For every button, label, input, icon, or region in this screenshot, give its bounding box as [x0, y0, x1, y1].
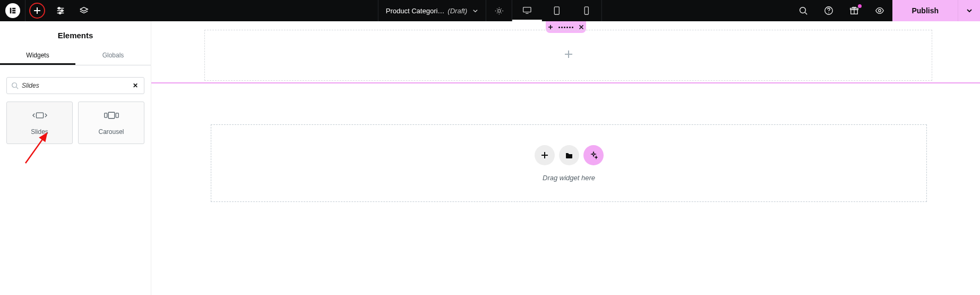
carousel-icon: [104, 110, 119, 121]
document-title-group[interactable]: Product Categori… (Draft): [378, 0, 486, 21]
notification-dot: [858, 4, 862, 8]
device-mobile[interactable]: [572, 0, 601, 21]
site-settings-button[interactable]: [49, 0, 72, 21]
clear-search-button[interactable]: ✕: [131, 82, 140, 89]
whats-new-button[interactable]: [841, 0, 867, 21]
slides-icon: [32, 110, 47, 121]
sliders-icon: [56, 6, 65, 15]
publish-button[interactable]: Publish: [892, 0, 958, 21]
document-title: Product Categori…: [386, 7, 445, 15]
document-status: (Draft): [448, 7, 467, 15]
widget-slides[interactable]: Slides: [6, 102, 73, 144]
chevron-down-icon: [966, 7, 973, 14]
svg-point-25: [12, 83, 17, 88]
search-icon: [11, 82, 19, 89]
close-icon[interactable]: [579, 24, 584, 30]
editor-canvas: Drag widget here: [151, 21, 980, 295]
widget-label: Slides: [31, 128, 48, 136]
panel-title: Elements: [0, 21, 151, 47]
ai-button[interactable]: [583, 145, 604, 165]
empty-section[interactable]: [204, 30, 932, 81]
add-column-button[interactable]: [564, 49, 573, 62]
elementor-icon: [9, 7, 16, 14]
plus-icon: [540, 151, 549, 159]
elements-panel: Elements Widgets Globals ✕ Slides Carous…: [0, 21, 151, 295]
layers-icon: [79, 6, 89, 15]
topbar-right: Publish: [790, 0, 980, 21]
topbar-left: [0, 0, 96, 21]
new-section-dropzone[interactable]: Drag widget here: [211, 124, 927, 202]
chevron-down-icon: [472, 8, 478, 14]
gift-icon: [849, 6, 859, 15]
section-divider: [151, 82, 980, 83]
structure-button[interactable]: [72, 0, 96, 21]
dropzone-buttons: [535, 145, 604, 165]
preview-button[interactable]: [867, 0, 892, 21]
search-input[interactable]: [22, 82, 131, 89]
svg-rect-30: [116, 113, 118, 117]
publish-group: Publish: [892, 0, 980, 21]
svg-rect-29: [108, 112, 115, 119]
help-button[interactable]: [816, 0, 841, 21]
finder-button[interactable]: [790, 0, 816, 21]
plus-icon: [564, 49, 573, 59]
add-template-button[interactable]: [559, 145, 579, 165]
drag-handle-icon[interactable]: [558, 27, 573, 28]
panel-tabs: Widgets Globals: [0, 47, 151, 65]
search-icon: [798, 6, 808, 15]
svg-rect-27: [36, 113, 43, 118]
svg-rect-0: [10, 8, 11, 14]
plus-icon[interactable]: [548, 24, 553, 30]
mobile-icon: [582, 6, 591, 15]
svg-point-24: [879, 10, 881, 12]
topbar-center: Product Categori… (Draft): [378, 0, 602, 21]
widget-search[interactable]: ✕: [6, 77, 144, 94]
page-settings-button[interactable]: [486, 0, 512, 21]
svg-rect-28: [104, 113, 107, 117]
tablet-icon: [552, 6, 562, 15]
svg-line-26: [16, 87, 19, 89]
widgets-grid: Slides Carousel: [0, 102, 151, 144]
svg-point-17: [800, 7, 806, 13]
add-section-button[interactable]: [535, 145, 555, 165]
elementor-logo[interactable]: [0, 0, 25, 21]
svg-rect-2: [12, 10, 15, 12]
tab-globals[interactable]: Globals: [75, 47, 151, 65]
device-desktop[interactable]: [512, 0, 542, 21]
svg-point-12: [498, 9, 501, 12]
svg-rect-16: [585, 7, 589, 14]
responsive-devices: [512, 0, 602, 21]
add-element-button[interactable]: [25, 0, 49, 21]
help-icon: [824, 6, 833, 15]
sparkle-icon: [589, 151, 598, 159]
desktop-icon: [522, 5, 532, 15]
svg-rect-15: [555, 7, 560, 14]
widget-label: Carousel: [98, 128, 124, 136]
folder-icon: [565, 151, 573, 159]
eye-icon: [875, 6, 884, 15]
plus-icon: [33, 6, 41, 15]
svg-point-20: [829, 12, 829, 13]
widget-carousel[interactable]: Carousel: [78, 102, 144, 144]
top-bar: Product Categori… (Draft): [0, 0, 980, 21]
svg-rect-3: [12, 12, 15, 14]
svg-line-18: [805, 13, 807, 15]
svg-rect-1: [12, 8, 15, 10]
gear-icon: [495, 6, 504, 15]
publish-options-button[interactable]: [958, 0, 980, 21]
device-tablet[interactable]: [542, 0, 572, 21]
tab-widgets[interactable]: Widgets: [0, 47, 75, 65]
svg-rect-13: [523, 7, 531, 12]
annotation-highlight: [29, 3, 45, 19]
dropzone-text: Drag widget here: [543, 174, 595, 182]
